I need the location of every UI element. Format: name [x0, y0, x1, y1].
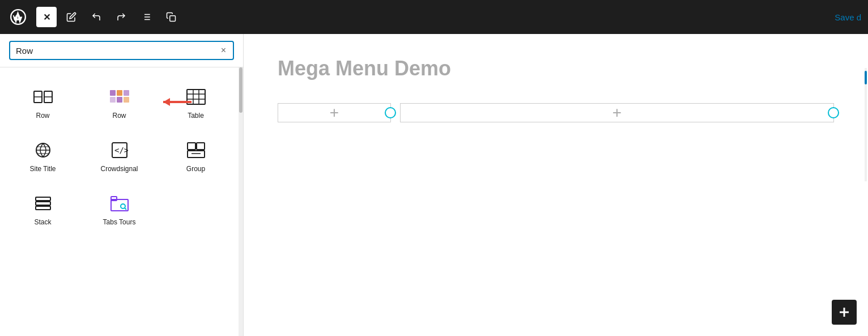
redo-icon: [116, 12, 126, 22]
svg-text:W: W: [13, 14, 20, 22]
crowdsignal-icon: </>: [109, 140, 130, 160]
block-item-stack[interactable]: Stack: [5, 183, 81, 236]
sidebar-inner: Row Row: [0, 67, 243, 336]
copy-icon: [166, 12, 176, 22]
block-item-group[interactable]: Group: [158, 130, 234, 183]
block-item-crowdsignal[interactable]: </> Crowdsignal: [81, 130, 158, 183]
sidebar-scrollbar-thumb: [239, 67, 242, 113]
svg-line-42: [125, 208, 126, 210]
search-input-wrap: ×: [9, 41, 234, 60]
svg-rect-33: [197, 143, 205, 150]
block-label-tabs-tours: Tabs Tours: [103, 218, 136, 226]
col-block-large[interactable]: +: [400, 103, 834, 122]
col-add-button-left[interactable]: +: [330, 104, 339, 122]
svg-rect-17: [117, 97, 122, 103]
sidebar: × Row: [0, 34, 244, 336]
block-item-tabs-tours[interactable]: Tabs Tours: [81, 183, 158, 236]
close-button[interactable]: ✕: [36, 7, 57, 27]
wp-logo: W: [7, 6, 29, 28]
block-label-table: Table: [188, 112, 204, 120]
wordpress-icon: W: [10, 9, 26, 25]
block-grid: Row Row: [0, 67, 239, 336]
svg-rect-36: [36, 197, 50, 201]
row-colored-icon: [109, 87, 130, 107]
col-circle-right: [828, 107, 839, 118]
block-label-row-plain: Row: [36, 112, 49, 120]
add-block-button[interactable]: [832, 300, 857, 325]
svg-rect-14: [117, 90, 122, 96]
search-input[interactable]: [16, 46, 220, 56]
col-block-small[interactable]: +: [278, 103, 391, 122]
group-icon: [186, 140, 206, 160]
stack-icon: [33, 193, 53, 214]
tabs-tours-icon: [109, 193, 130, 214]
pencil-button[interactable]: [61, 7, 82, 27]
svg-rect-21: [187, 90, 205, 104]
svg-rect-16: [110, 97, 116, 103]
toolbar: W ✕ Save d: [0, 0, 868, 34]
site-title-icon: [33, 140, 53, 160]
block-label-site-title: Site Title: [29, 165, 56, 173]
block-item-table[interactable]: Table: [158, 76, 234, 130]
sidebar-scrollbar[interactable]: [239, 67, 243, 336]
block-item-row-colored[interactable]: Row: [81, 76, 158, 130]
svg-rect-32: [188, 143, 195, 150]
list-button[interactable]: [136, 7, 156, 27]
block-item-site-title[interactable]: Site Title: [5, 130, 81, 183]
svg-point-41: [121, 204, 125, 209]
svg-rect-34: [188, 151, 205, 158]
block-label-stack: Stack: [34, 218, 51, 226]
undo-icon: [91, 12, 101, 22]
svg-rect-38: [36, 206, 50, 210]
svg-rect-13: [110, 90, 116, 96]
redo-button[interactable]: [111, 7, 131, 27]
svg-rect-18: [124, 97, 129, 103]
block-label-crowdsignal: Crowdsignal: [100, 165, 138, 173]
table-icon: [186, 87, 206, 107]
svg-rect-37: [36, 202, 50, 205]
add-icon: [839, 307, 850, 318]
block-label-row-colored: Row: [112, 112, 126, 120]
block-label-group: Group: [186, 165, 205, 173]
block-item-row-plain[interactable]: Row: [5, 76, 81, 130]
main-layout: × Row: [0, 34, 868, 336]
search-clear-button[interactable]: ×: [220, 45, 227, 56]
page-title: Mega Menu Demo: [278, 57, 834, 80]
save-button[interactable]: Save d: [835, 12, 861, 22]
col-circle-left: [385, 107, 396, 118]
canvas: Mega Menu Demo + +: [244, 34, 868, 336]
undo-button[interactable]: [86, 7, 107, 27]
copy-button[interactable]: [161, 7, 181, 27]
svg-text:</>: </>: [114, 146, 128, 155]
pencil-icon: [66, 12, 76, 22]
search-bar: ×: [0, 34, 243, 67]
canvas-scroll-track: [865, 68, 867, 181]
row-plain-icon: [33, 87, 53, 107]
svg-rect-15: [124, 90, 129, 96]
row-block: + +: [278, 103, 834, 122]
canvas-scroll-thumb: [865, 71, 867, 84]
svg-rect-8: [170, 16, 176, 22]
list-icon: [141, 12, 151, 22]
col-add-button-right[interactable]: +: [612, 104, 622, 122]
